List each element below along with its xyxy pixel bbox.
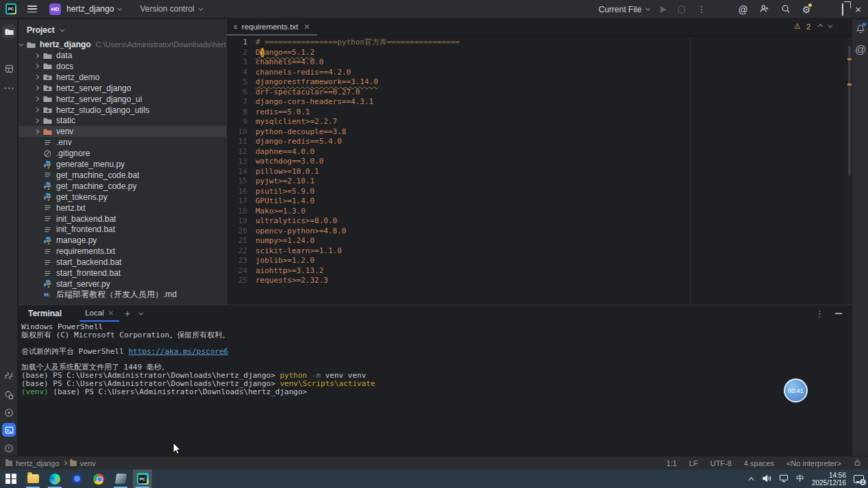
code-text[interactable]: Django==5.1.2 [247,48,314,58]
code-text[interactable]: ultralytics>=8.0.0 [247,216,337,227]
terminal-link[interactable]: https://aka.ms/pscore6 [128,347,228,356]
problems-icon[interactable] [2,441,16,455]
code-text[interactable]: psutil>=5.9.0 [247,187,314,197]
vcs-menu[interactable]: Version control [140,4,201,14]
tree-item-init-frontend-bat[interactable]: init_frontend.bat [18,224,226,235]
python-console-icon[interactable] [2,369,16,383]
tree-item-get-machine-code-py[interactable]: get_machine_code.py [18,181,226,192]
line-number[interactable]: 21 [227,236,247,246]
tree-item-start-server-py[interactable]: start_server.py [18,279,226,290]
tree-item-init-backend-bat[interactable]: init_backend.bat [18,214,226,224]
terminal-tool-icon[interactable] [2,423,16,437]
line-number[interactable]: 19 [227,216,247,227]
code-text[interactable]: django-redis==5.4.0 [247,137,342,147]
taskbar-chrome[interactable] [89,470,108,488]
taskbar-edge-browser[interactable] [45,470,64,488]
line-number[interactable]: 16 [227,187,247,197]
screen-recording-timer[interactable]: 00:41 [784,378,808,402]
prev-problem-icon[interactable] [818,24,823,29]
more-tool-windows-icon[interactable]: ⋯ [2,81,16,94]
tree-item-hertz-server-django[interactable]: hertz_server_django [18,83,226,94]
python-packages-icon[interactable] [2,388,16,402]
line-number[interactable]: 20 [227,227,247,237]
code-text[interactable]: joblib>=1.2.0 [247,256,314,266]
inspection-widget[interactable]: ⚠ 2 [794,22,831,31]
terminal-tab-local[interactable]: Local ✕ [79,305,119,322]
tray-expand-icon[interactable] [748,477,754,483]
tree-item-requirements-txt[interactable]: requirements.txt [18,246,226,257]
code-text[interactable]: python-decouple==3.8 [247,127,346,138]
code-area[interactable]: 1# ================python官方库============… [227,38,847,305]
tree-item-docs[interactable]: docs [18,61,226,72]
code-text[interactable]: djangorestframework==3.14.0 [247,77,378,88]
line-number[interactable]: 24 [227,266,247,277]
tree-item-start-frontend-bat[interactable]: start_frontend.bat [18,268,226,279]
tree-item-hertz-server-django-ui[interactable]: hertz_server_django_ui [18,94,226,105]
line-number[interactable]: 9 [227,117,247,127]
taskbar-pycharm[interactable] [133,470,152,488]
tab-requirements-txt[interactable]: ≡ requirements.txt ✕ [227,19,317,36]
run-button[interactable] [660,6,667,13]
close-terminal-tab-icon[interactable]: ✕ [108,309,114,317]
line-separator[interactable]: LF [689,459,698,467]
interpreter-selector[interactable]: <No interpreter> [786,459,841,467]
hide-terminal-icon[interactable] [835,313,842,314]
chevron-right-icon[interactable] [34,118,39,123]
line-number[interactable]: 6 [227,88,247,98]
notification-center-icon[interactable]: 2 [854,475,864,483]
tree-item-venv[interactable]: venv [18,126,226,137]
project-selector[interactable]: hertz_django [66,4,121,14]
code-text[interactable]: opencv-python>=4.8.0 [247,227,346,237]
code-text[interactable]: aiohttp>=3.13.2 [247,266,323,277]
volume-icon[interactable] [762,473,771,485]
caret-position[interactable]: 1:1 [667,459,677,467]
ai-assistant-icon[interactable]: @ [738,5,747,14]
line-number[interactable]: 2 [227,48,247,58]
terminal-options-icon[interactable]: ⋮ [815,309,824,318]
tree-item-root[interactable]: hertz_django C:\Users\Administrator\Down… [18,39,226,50]
code-text[interactable]: django-cors-headers==4.3.1 [247,97,373,107]
settings-gear-icon[interactable]: ⚙ [802,5,811,14]
code-text[interactable]: daphne==4.0.0 [247,147,314,157]
project-tool-icon[interactable] [2,25,16,38]
line-number[interactable]: 1 [227,38,247,48]
taskbar-dark-app[interactable] [111,470,130,488]
breadcrumb-project[interactable]: hertz_django [16,459,60,467]
tree-item-manage-py[interactable]: manage.py [18,235,226,246]
indent-setting[interactable]: 4 spaces [744,459,774,467]
terminal-dropdown-icon[interactable] [139,310,144,315]
ai-assistant-tool-icon[interactable]: @ [854,44,867,56]
line-number[interactable]: 5 [227,77,247,88]
terminal-output[interactable]: Windows PowerShell版权所有 (C) Microsoft Cor… [21,323,375,396]
taskbar-clock[interactable]: 14:56 2025/12/16 [812,472,846,487]
taskbar-blue-app[interactable] [67,470,86,488]
notifications-bell-icon[interactable] [854,23,867,35]
tree-item-hertz-studio-django-utils[interactable]: hertz_studio_django_utils [18,105,226,116]
code-text[interactable]: GPUtil>=1.4.0 [247,196,314,207]
code-with-me-icon[interactable] [760,4,769,15]
ime-indicator[interactable]: 中 [796,473,804,485]
chevron-right-icon[interactable] [34,97,39,101]
search-everywhere-icon[interactable] [781,4,791,15]
code-text[interactable]: mysqlclient>=2.2.7 [247,117,337,127]
chevron-right-icon[interactable] [34,64,39,68]
chevron-right-icon[interactable] [34,107,39,112]
chevron-right-icon[interactable] [34,53,39,57]
code-text[interactable]: scikit-learn>=1.1.0 [247,246,342,257]
line-number[interactable]: 14 [227,167,247,177]
chevron-right-icon[interactable] [34,75,39,79]
tree-item--env[interactable]: .env [18,137,226,148]
tree-item-static[interactable]: static [18,115,226,126]
services-icon[interactable] [2,406,16,420]
window-maximize-button[interactable] [842,5,843,14]
code-text[interactable]: pyjwt>=2.10.1 [247,177,314,187]
line-number[interactable]: 8 [227,107,247,118]
window-close-button[interactable]: × [855,4,861,14]
line-number[interactable]: 12 [227,147,247,157]
new-terminal-icon[interactable]: + [125,308,130,319]
code-text[interactable]: channels-redis==4.2.0 [247,68,351,78]
breadcrumb-folder[interactable]: venv [80,459,96,467]
line-number[interactable]: 10 [227,127,247,138]
tree-item-hertz-txt[interactable]: hertz.txt [18,203,226,214]
line-number[interactable]: 11 [227,137,247,147]
